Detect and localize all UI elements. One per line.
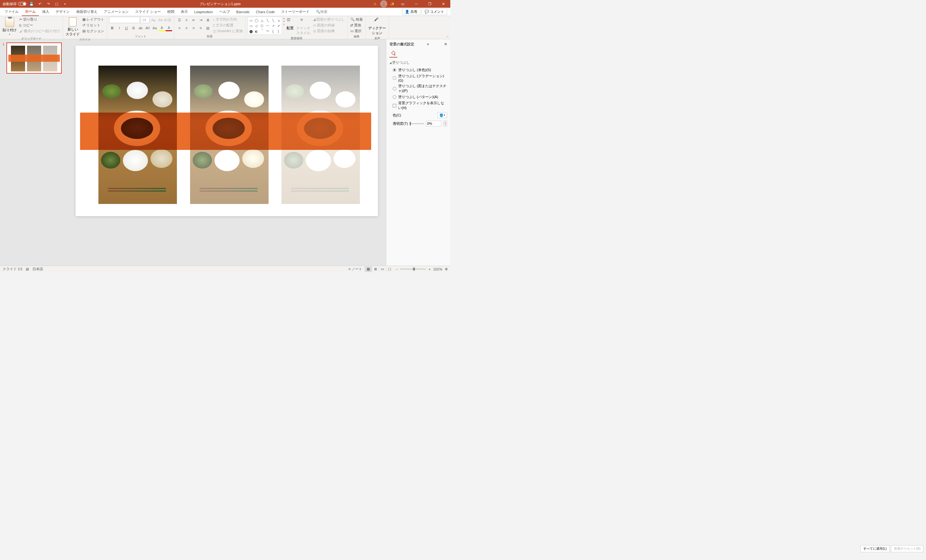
slide-canvas[interactable]: [76, 46, 378, 216]
text-direction-button[interactable]: ↕文字列の方向: [212, 17, 243, 22]
tab-view[interactable]: 表示: [177, 8, 191, 16]
qat-more-icon[interactable]: ▾: [62, 1, 68, 7]
align-text-button[interactable]: ▯文字の配置: [212, 23, 243, 28]
clear-format-icon[interactable]: A⌫: [164, 17, 171, 23]
numbering-button[interactable]: ≡: [183, 17, 190, 23]
tab-help[interactable]: ヘルプ: [216, 8, 233, 16]
tab-barcode[interactable]: Barcode: [233, 8, 253, 16]
spellcheck-icon[interactable]: 🗹: [26, 267, 29, 271]
warning-icon[interactable]: ⚠: [372, 1, 378, 7]
fill-gradient-radio[interactable]: 塗りつぶし (グラデーション)(G): [389, 73, 447, 83]
fill-section-header[interactable]: 塗りつぶし: [389, 60, 447, 65]
copy-button[interactable]: ⎘コピー: [19, 23, 61, 28]
slide-editor[interactable]: [68, 39, 386, 266]
line-spacing-button[interactable]: ≣: [204, 17, 211, 23]
hide-bg-checkbox[interactable]: 背景グラフィックを表示しない(H): [389, 100, 447, 111]
search-box[interactable]: 🔍 検索: [313, 8, 331, 16]
zoom-level[interactable]: 101%: [433, 267, 442, 271]
pane-options-icon[interactable]: ▾: [427, 42, 429, 46]
tab-charscode[interactable]: Chars Code: [253, 8, 278, 16]
color-picker-button[interactable]: 🪣▾: [437, 112, 447, 118]
arrange-button[interactable]: ◫ 配置: [286, 17, 294, 31]
fill-solid-radio[interactable]: 塗りつぶし (単色)(S): [389, 67, 447, 73]
quick-styles-button[interactable]: ◉ クイック スタイル: [296, 17, 311, 36]
transparency-spinner[interactable]: ▴▾: [443, 121, 447, 126]
bold-button[interactable]: B: [109, 25, 115, 31]
slide-shape-rectangle[interactable]: [80, 113, 371, 150]
tab-slideshow[interactable]: スライド ショー: [132, 8, 164, 16]
save-icon[interactable]: 💾: [28, 1, 35, 7]
replace-button[interactable]: ⇄置換: [350, 23, 363, 28]
slideshow-view-icon[interactable]: ▢: [386, 266, 393, 272]
italic-button[interactable]: I: [116, 25, 123, 31]
highlight-button[interactable]: A: [159, 25, 165, 31]
transparency-slider[interactable]: [410, 123, 424, 124]
bullets-button[interactable]: ☰: [176, 17, 183, 23]
spacing-button[interactable]: AV: [144, 25, 151, 31]
present-icon[interactable]: ▢: [53, 1, 60, 7]
justify-button[interactable]: ≡: [197, 25, 204, 31]
close-pane-icon[interactable]: ✕: [444, 42, 447, 46]
ribbon-display-icon[interactable]: ▭: [396, 0, 409, 8]
minimize-button[interactable]: ─: [410, 0, 423, 8]
dictate-button[interactable]: 🎤 ディクテー ション: [368, 17, 387, 36]
sorter-view-icon[interactable]: ⊞: [372, 266, 379, 272]
notes-button[interactable]: ≡ ノート: [349, 266, 362, 271]
shapes-gallery[interactable]: ▭◯△╲╲↘ ▭◇⬡〰↗⇗ ⬤◐⌒〜{}: [248, 17, 282, 35]
case-button[interactable]: Aa: [151, 25, 158, 31]
slide-counter[interactable]: スライド 1/1: [3, 266, 23, 271]
align-center-button[interactable]: ≡: [183, 25, 190, 31]
tab-insert[interactable]: 挿入: [39, 8, 53, 16]
coming-soon-icon[interactable]: ✨: [389, 1, 396, 7]
font-color-button[interactable]: A: [166, 25, 172, 31]
reset-button[interactable]: ↺リセット: [82, 23, 105, 28]
select-button[interactable]: ▭選択: [350, 28, 363, 34]
strike-button[interactable]: S: [130, 25, 137, 31]
paste-button[interactable]: 貼り付け ▾: [2, 17, 17, 36]
shape-outline-button[interactable]: ▭図形の枠線: [312, 23, 345, 28]
tab-review[interactable]: 校閲: [164, 8, 177, 16]
tab-design[interactable]: デザイン: [53, 8, 73, 16]
tab-animations[interactable]: アニメーション: [101, 8, 132, 16]
close-button[interactable]: ✕: [437, 0, 449, 8]
shape-fill-button[interactable]: ◢図形の塗りつぶし: [312, 17, 345, 22]
redo-icon[interactable]: ↷: [45, 1, 51, 7]
transparency-input[interactable]: 0%: [426, 121, 441, 126]
zoom-slider[interactable]: [400, 269, 426, 269]
language-indicator[interactable]: 日本語: [32, 266, 43, 271]
reading-view-icon[interactable]: ▭: [379, 266, 386, 272]
collapse-ribbon-icon[interactable]: ︿: [446, 34, 449, 38]
thumbnail-slide-1[interactable]: 1: [3, 42, 65, 74]
normal-view-icon[interactable]: ▦: [365, 266, 372, 272]
format-painter-button[interactable]: 🖌書式のコピー/貼り付け: [19, 28, 61, 34]
font-family-combo[interactable]: [109, 17, 140, 23]
underline-button[interactable]: U: [123, 25, 130, 31]
tab-transitions[interactable]: 画面切り替え: [73, 8, 101, 16]
decrease-font-icon[interactable]: A▾: [157, 17, 164, 23]
zoom-out-icon[interactable]: −: [396, 267, 398, 271]
columns-button[interactable]: ▥: [204, 25, 211, 31]
fill-tab-icon[interactable]: [389, 50, 397, 58]
comment-button[interactable]: 💬コメント: [422, 8, 447, 15]
maximize-button[interactable]: ❐: [423, 0, 436, 8]
increase-font-icon[interactable]: A▴: [150, 17, 157, 23]
tab-leapmotion[interactable]: Leapmotion: [191, 8, 216, 16]
smartart-button[interactable]: ◫SmartArt に変換: [212, 28, 243, 34]
share-button[interactable]: 👤共有: [402, 8, 421, 15]
font-size-combo[interactable]: 18: [141, 17, 150, 23]
layout-button[interactable]: ▦レイアウト: [82, 17, 105, 22]
tab-storyboard[interactable]: ストーリーボード: [278, 8, 313, 16]
shadow-button[interactable]: ab: [137, 25, 144, 31]
align-right-button[interactable]: ≡: [191, 25, 197, 31]
section-button[interactable]: ▤セクション: [82, 28, 105, 34]
undo-icon[interactable]: ↶: [37, 1, 43, 7]
tab-home[interactable]: ホーム: [22, 8, 39, 16]
indent-dec-button[interactable]: ⇤: [191, 17, 197, 23]
fill-picture-radio[interactable]: 塗りつぶし (図またはテクスチャ)(P): [389, 83, 447, 94]
cut-button[interactable]: ✂切り取り: [19, 17, 61, 22]
shape-effects-button[interactable]: ◎図形の効果: [312, 28, 345, 34]
fit-window-icon[interactable]: ⊕: [445, 267, 448, 271]
fill-pattern-radio[interactable]: 塗りつぶし (パターン)(A): [389, 94, 447, 100]
new-slide-button[interactable]: 新しい スライド: [65, 17, 80, 37]
autosave-toggle[interactable]: 自動保存 オフ: [3, 2, 26, 6]
